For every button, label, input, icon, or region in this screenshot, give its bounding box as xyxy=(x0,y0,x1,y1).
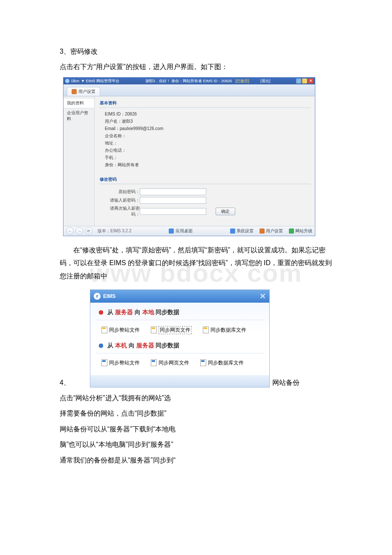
paragraph: 网站备份可以从“服务器”下载到“本地电 xyxy=(60,423,332,436)
t: 向 xyxy=(133,309,142,315)
kv-address: 地址： xyxy=(105,139,305,147)
sb-upgrade-label: 网站升级 xyxy=(295,228,312,234)
kv-user: 用户名：谢郎3 xyxy=(105,118,305,125)
input-new-password[interactable] xyxy=(140,197,206,204)
main-panel: 基本资料 EIMS ID：20826 用户名：谢郎3 Email：paulxie… xyxy=(95,96,315,226)
user-icon xyxy=(259,228,265,234)
statusbar: ← → ⟳ 版本：EIMS 3.2.2 应用桌面 系统设置 用户设置 网站升级 xyxy=(63,226,315,236)
refresh-icon[interactable]: ⟳ xyxy=(85,227,92,235)
desktop-icon xyxy=(169,228,174,234)
opt-up-db[interactable]: 同步数据库文件 xyxy=(200,359,244,367)
sync-heading-server-to-local: 从 服务器 向 本地 同步数据 xyxy=(95,307,264,320)
t: 本机 xyxy=(115,342,127,349)
opt-up-web[interactable]: 同步网页文件 xyxy=(151,359,189,367)
input-new-password2[interactable] xyxy=(140,208,206,215)
kv-id: EIMS ID：20826 xyxy=(105,110,305,118)
opt-label: 同步网页文件 xyxy=(159,326,192,334)
paragraph: 通常我们的备份都是从“服务器”同步到“ xyxy=(60,454,332,467)
kv-email: Email：paulxie9999@126.com xyxy=(105,125,305,132)
upgrade-icon xyxy=(289,228,294,234)
sidebar-item-enterprise[interactable]: 企业用户资料 xyxy=(63,108,94,124)
sb-sys-label: 系统设置 xyxy=(236,228,254,234)
opt-up-all[interactable]: 同步整站文件 xyxy=(101,359,140,367)
sync-heading-local-to-server: 从 本机 向 服务器 同步数据 xyxy=(95,340,264,353)
opt-label: 同步网页文件 xyxy=(159,359,189,367)
opt-label: 同步数据库文件 xyxy=(208,359,244,367)
tabbar: 用户设置 xyxy=(63,84,315,96)
section-password-title: 修改密码 xyxy=(99,175,311,184)
t: 同步数据 xyxy=(154,342,180,349)
file-icon xyxy=(151,359,157,366)
file-icon xyxy=(203,327,209,333)
gear-icon xyxy=(230,228,235,234)
sb-desktop[interactable]: 应用桌面 xyxy=(176,228,193,234)
opt-down-all[interactable]: 同步整站文件 xyxy=(101,326,140,334)
sidebar-item-my-profile[interactable]: 我的资料 xyxy=(63,98,94,108)
kv-company: 企业名称： xyxy=(105,132,305,139)
confirm-button[interactable]: 确定 xyxy=(216,208,235,215)
t: 向 xyxy=(127,342,136,349)
opt-down-db[interactable]: 同步数据库文件 xyxy=(203,326,246,334)
dialog-logo-icon: e xyxy=(94,293,101,300)
kv-tel: 办公电话： xyxy=(105,147,305,154)
opt-label: 同步数据库文件 xyxy=(210,327,246,334)
minimize-icon[interactable]: – xyxy=(296,78,301,84)
download-icon xyxy=(97,309,105,316)
heading-4-number: 4、 xyxy=(60,376,70,389)
close-icon[interactable]: ✕ xyxy=(308,78,313,84)
version-label: 版本：EIMS 3.2.2 xyxy=(98,228,131,234)
title-host: i3km xyxy=(71,78,79,84)
t: 本地 xyxy=(142,309,154,315)
sb-site-upgrade[interactable]: 网站升级 xyxy=(289,228,312,234)
tab-label: 用户设置 xyxy=(78,89,95,95)
heading-4-tail: 网站备份 xyxy=(272,376,300,389)
opt-label: 同步整站文件 xyxy=(109,359,140,367)
section-basic-title: 基本资料 xyxy=(99,99,311,108)
titlebar: i3km ▼ EIMS 网站管理平台 谢郎3，你好！ 身份：网站所有者 EIMS… xyxy=(63,78,315,84)
t: 服务器 xyxy=(136,342,154,349)
label-old-password: 原始密码： xyxy=(103,189,140,195)
file-icon xyxy=(200,359,206,366)
basic-info: EIMS ID：20826 用户名：谢郎3 Email：paulxie9999@… xyxy=(99,108,311,171)
kv-mobile: 手机： xyxy=(105,154,305,161)
opt-down-web[interactable]: 同步网页文件 xyxy=(151,326,192,334)
t: 从 xyxy=(107,309,115,315)
paragraph: 脑”也可以从“本地电脑”同步到“服务器” xyxy=(60,438,332,451)
title-user: 谢郎3，你好！ 身份：网站所有者 EIMS ID：20826 xyxy=(145,79,232,83)
dialog-close-icon[interactable]: ✕ xyxy=(259,292,266,301)
paragraph: 择需要备份的网站，点击“同步数据” xyxy=(60,407,332,420)
label-new-password2: 请再次输入新密码： xyxy=(103,205,140,217)
sb-user-label: 用户设置 xyxy=(266,228,283,234)
dialog-footer xyxy=(90,375,269,387)
opt-label: 同步整站文件 xyxy=(109,327,140,334)
title-sub: ▼ EIMS 网站管理平台 xyxy=(81,78,119,84)
file-icon xyxy=(101,327,107,333)
logout-link[interactable]: [退出] xyxy=(260,79,270,83)
dialog-title: EIMS xyxy=(103,293,115,299)
heading-3: 3、密码修改 xyxy=(60,45,332,58)
paragraph: 点击“网站分析”进入“我拥有的网站”选 xyxy=(60,392,332,405)
activated-label: [已激活] xyxy=(236,79,249,83)
file-icon xyxy=(101,359,107,366)
dialog-titlebar: e EIMS ✕ xyxy=(90,290,269,303)
user-settings-icon xyxy=(72,89,77,94)
sidebar: 我的资料 企业用户资料 xyxy=(63,96,95,226)
t: 同步数据 xyxy=(154,309,180,315)
maximize-icon[interactable]: ☐ xyxy=(302,78,307,84)
paragraph: 点击右下方“用户设置”的按钮，进入用户界面。如下图： xyxy=(60,61,332,73)
kv-role: 身份：网站所有者 xyxy=(105,161,305,168)
t: 服务器 xyxy=(115,309,133,315)
upload-icon xyxy=(97,342,105,350)
nav-forward-icon[interactable]: → xyxy=(75,227,83,235)
tab-user-settings[interactable]: 用户设置 xyxy=(67,87,100,96)
sync-dialog: e EIMS ✕ 从 服务器 向 本地 同步数据 同步整站文件 同步网页文件 同 xyxy=(90,289,270,387)
app-window: i3km ▼ EIMS 网站管理平台 谢郎3，你好！ 身份：网站所有者 EIMS… xyxy=(63,77,315,236)
sb-system-settings[interactable]: 系统设置 xyxy=(230,228,254,234)
paragraph: 在“修改密码”处，填写“原始密码”，然后填写“新密码”，就可以设置成功。如果忘记… xyxy=(60,244,332,283)
input-old-password[interactable] xyxy=(140,188,206,195)
sb-user-settings[interactable]: 用户设置 xyxy=(259,228,283,234)
label-new-password: 请输入新密码： xyxy=(103,197,140,203)
nav-back-icon[interactable]: ← xyxy=(66,227,74,235)
app-logo-icon xyxy=(65,79,69,83)
t: 从 xyxy=(107,342,115,349)
